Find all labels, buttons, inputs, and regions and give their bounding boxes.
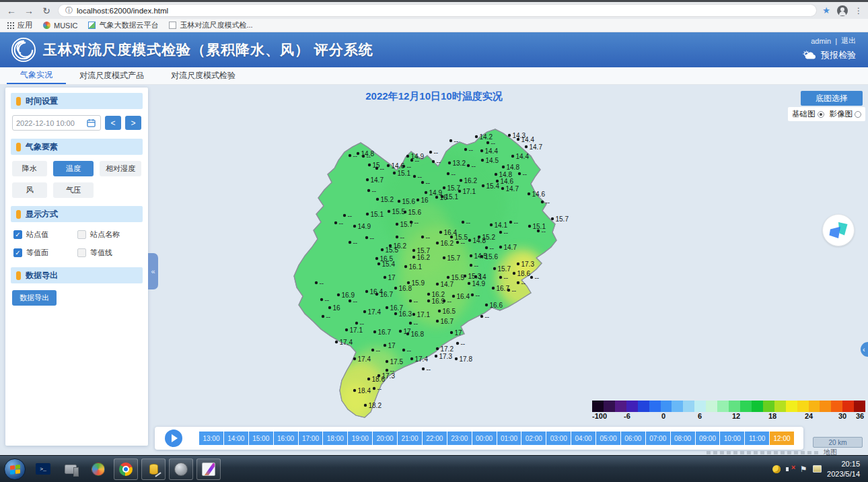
checkbox-icon[interactable]: ✓ — [13, 248, 22, 257]
timeline-chip[interactable]: 06:00 — [621, 432, 645, 445]
taskbar-clock[interactable]: 20:15 2023/5/14 — [827, 459, 860, 479]
svg-text:--: -- — [504, 229, 509, 236]
timeline-chip[interactable]: 08:00 — [671, 432, 695, 445]
tab-气象实况[interactable]: 气象实况 — [7, 67, 66, 84]
checkbox-icon[interactable]: ✓ — [13, 230, 22, 239]
timeline-chip[interactable]: 04:00 — [571, 432, 595, 445]
content-area: 时间设置 < > 气象要素 降水温度相对湿度风气压 — [0, 85, 868, 455]
element-button-风[interactable]: 风 — [12, 182, 47, 198]
element-button-温度[interactable]: 温度 — [53, 161, 94, 176]
timeline-chip[interactable]: 10:00 — [720, 432, 744, 445]
checkbox-icon[interactable] — [77, 248, 86, 257]
action-center-flag-icon[interactable]: ⚑ — [799, 464, 808, 474]
timeline-chip[interactable]: 22:00 — [423, 432, 447, 445]
play-button[interactable] — [165, 429, 182, 447]
timeline-chip[interactable]: 14:00 — [224, 432, 248, 445]
timeline-chip[interactable]: 00:00 — [472, 432, 497, 445]
powershell-icon[interactable]: >_ — [31, 458, 55, 480]
radio-icon[interactable] — [818, 111, 824, 118]
start-button[interactable] — [4, 458, 26, 480]
timeline-chip[interactable]: 11:00 — [745, 432, 769, 445]
timeline-chip[interactable]: 19:00 — [348, 432, 372, 445]
station-marker: 17.8 — [455, 355, 473, 363]
forward-icon[interactable]: → — [23, 5, 35, 16]
svg-text:--: -- — [535, 274, 540, 281]
antivirus-icon[interactable] — [772, 464, 781, 474]
volume-muted-icon[interactable] — [785, 464, 795, 474]
svg-text:14.4: 14.4 — [521, 136, 535, 143]
bookmark-star-icon[interactable]: ★ — [822, 5, 830, 15]
svg-text:16.2: 16.2 — [464, 177, 478, 184]
element-button-降水[interactable]: 降水 — [12, 161, 47, 176]
tab-对流尺度模式检验[interactable]: 对流尺度模式检验 — [157, 67, 249, 84]
element-button-相对湿度[interactable]: 相对湿度 — [100, 161, 141, 176]
next-time-button[interactable]: > — [125, 116, 141, 130]
timeline-chip[interactable]: 18:00 — [323, 432, 347, 445]
svg-text:--: -- — [360, 320, 365, 327]
radio-icon[interactable] — [855, 111, 861, 118]
user-name[interactable]: admin — [811, 37, 831, 45]
timeline-chip[interactable]: 09:00 — [696, 432, 720, 445]
timeline-chip[interactable]: 20:00 — [373, 432, 397, 445]
data-export-button[interactable]: 数据导出 — [12, 290, 57, 306]
colorbar-segment — [809, 401, 820, 412]
colorbar-segment — [820, 401, 831, 412]
tianditu-logo-icon[interactable] — [822, 214, 855, 246]
timeline-chip[interactable]: 13:00 — [199, 432, 223, 445]
browser-360-icon[interactable] — [86, 458, 110, 480]
prev-time-button[interactable]: < — [105, 116, 121, 130]
database-tool-icon[interactable] — [141, 458, 166, 480]
calendar-icon[interactable] — [87, 118, 96, 127]
timeline-chip-active[interactable]: 12:00 — [770, 432, 794, 445]
bookmark-item[interactable]: 玉林对流尺度模式检... — [169, 20, 252, 30]
basemap-option-影像图[interactable]: 影像图 — [830, 109, 862, 119]
reload-icon[interactable]: ↻ — [40, 5, 52, 16]
checkbox-icon[interactable] — [77, 230, 86, 239]
svg-text:--: -- — [400, 234, 405, 241]
colorbar-tick-label: -100 — [592, 412, 607, 420]
svg-text:14.7: 14.7 — [530, 143, 543, 151]
system-tool-icon[interactable] — [59, 458, 83, 480]
network-icon[interactable] — [812, 464, 822, 474]
profile-avatar-icon[interactable] — [837, 5, 848, 16]
timeline-chip[interactable]: 01:00 — [497, 432, 521, 445]
element-button-气压[interactable]: 气压 — [53, 182, 94, 198]
bookmark-item[interactable]: MUSIC — [43, 22, 77, 30]
timeline-chip[interactable]: 16:00 — [274, 432, 298, 445]
basemap-option-基础图[interactable]: 基础图 — [792, 109, 824, 119]
timeline-chip[interactable]: 15:00 — [249, 432, 273, 445]
display-option-等值线[interactable]: 等值线 — [77, 248, 141, 258]
basemap-select-button[interactable]: 底图选择 — [801, 91, 863, 106]
timeline-chip[interactable]: 05:00 — [596, 432, 620, 445]
timeline-chip[interactable]: 23:00 — [447, 432, 472, 445]
display-option-等值面[interactable]: ✓等值面 — [13, 248, 77, 258]
globe-app-icon[interactable] — [169, 458, 193, 480]
svg-text:16: 16 — [333, 304, 341, 312]
display-option-站点值[interactable]: ✓站点值 — [13, 230, 77, 240]
datetime-input[interactable] — [16, 119, 85, 127]
logout-link[interactable]: 退出 — [841, 36, 856, 46]
timeline-chip[interactable]: 02:00 — [521, 432, 546, 445]
timeline-chip[interactable]: 07:00 — [646, 432, 670, 445]
bookmark-item[interactable]: 应用 — [7, 20, 32, 30]
timeline-chip[interactable]: 21:00 — [398, 432, 422, 445]
map-area[interactable]: 14.81514.614.915.114.715.215.6161615.115… — [148, 85, 868, 455]
forecast-verification-link[interactable]: 预报检验 — [802, 49, 856, 61]
gear-icon — [43, 22, 50, 29]
page-info-icon[interactable]: ⓘ — [65, 5, 73, 15]
address-bar[interactable]: ⓘ localhost:62000/index.html — [58, 4, 817, 17]
timeline-chip[interactable]: 03:00 — [546, 432, 571, 445]
back-icon[interactable]: ← — [5, 5, 17, 16]
display-option-站点名称[interactable]: 站点名称 — [77, 230, 141, 240]
chrome-icon[interactable] — [114, 458, 138, 480]
tab-对流尺度模式产品[interactable]: 对流尺度模式产品 — [66, 67, 157, 84]
svg-text:--: -- — [447, 298, 452, 305]
bookmark-item[interactable]: 气象大数据云平台 — [88, 20, 158, 30]
timeline-chip[interactable]: 17:00 — [299, 432, 323, 445]
temperature-map: 14.81514.614.915.114.715.215.6161615.115… — [148, 85, 868, 455]
paint-tool-icon[interactable] — [196, 458, 221, 480]
main-tab-bar: 气象实况对流尺度模式产品对流尺度模式检验 — [0, 67, 868, 85]
datetime-picker[interactable] — [12, 115, 101, 131]
url-text[interactable]: localhost:62000/index.html — [77, 7, 168, 15]
browser-menu-icon[interactable]: ⋮ — [855, 6, 863, 15]
